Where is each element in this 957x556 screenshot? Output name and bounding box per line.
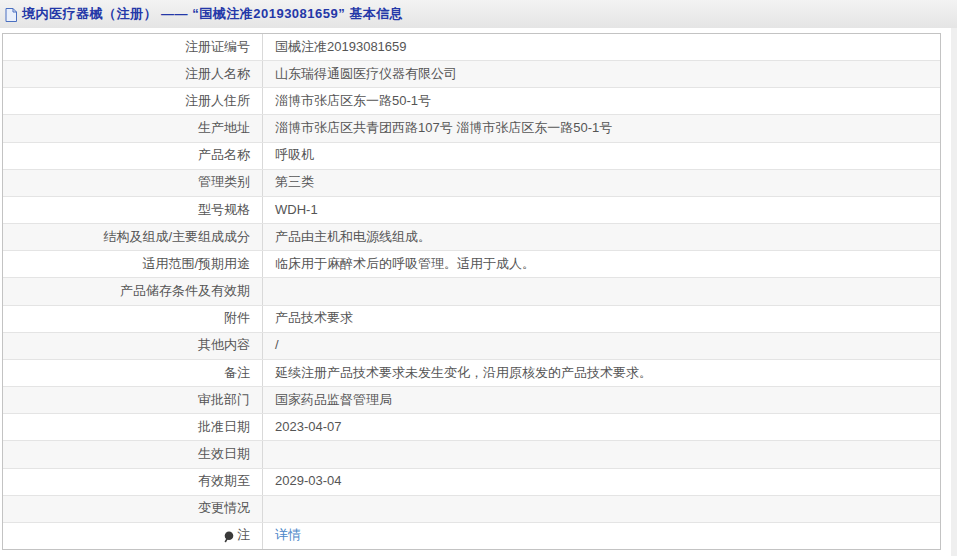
- row-label: 有效期至: [3, 469, 263, 495]
- table-row: 备注 延续注册产品技术要求未发生变化，沿用原核发的产品技术要求。: [3, 360, 940, 387]
- pin-icon: [223, 531, 234, 543]
- row-label: 产品储存条件及有效期: [3, 278, 263, 304]
- row-value: 第三类: [263, 170, 940, 196]
- row-value: 国械注准20193081659: [263, 34, 940, 60]
- registration-info-table: 注册证编号 国械注准20193081659 注册人名称 山东瑞得通圆医疗仪器有限…: [2, 33, 941, 550]
- table-row: 产品储存条件及有效期: [3, 278, 940, 305]
- scrollbar-track[interactable]: [951, 28, 957, 556]
- row-value: 2023-04-07: [263, 414, 940, 440]
- row-value: 详情: [263, 523, 940, 549]
- details-link[interactable]: 详情: [275, 527, 301, 544]
- row-value: 产品技术要求: [263, 306, 940, 332]
- row-value: 2029-03-04: [263, 469, 940, 495]
- row-value: /: [263, 333, 940, 359]
- table-row: 注册人住所 淄博市张店区东一路50-1号: [3, 88, 940, 115]
- row-value: 山东瑞得通圆医疗仪器有限公司: [263, 61, 940, 87]
- table-row: 生效日期: [3, 441, 940, 468]
- row-label: 备注: [3, 360, 263, 386]
- page-header: 境内医疗器械（注册） —— “国械注准20193081659” 基本信息: [0, 0, 957, 28]
- row-value: 延续注册产品技术要求未发生变化，沿用原核发的产品技术要求。: [263, 360, 940, 386]
- row-label: 批准日期: [3, 414, 263, 440]
- row-label: 附件: [3, 306, 263, 332]
- row-label: 注: [3, 523, 263, 549]
- document-icon: [5, 8, 17, 22]
- table-row: 管理类别 第三类: [3, 170, 940, 197]
- row-label: 变更情况: [3, 496, 263, 522]
- table-row: 附件 产品技术要求: [3, 306, 940, 333]
- row-label: 其他内容: [3, 333, 263, 359]
- row-label: 注册人名称: [3, 61, 263, 87]
- row-label: 适用范围/预期用途: [3, 251, 263, 277]
- row-value: [263, 496, 940, 522]
- table-row: 结构及组成/主要组成成分 产品由主机和电源线组成。: [3, 224, 940, 251]
- row-value: [263, 441, 940, 467]
- row-label: 管理类别: [3, 170, 263, 196]
- table-row: 其他内容 /: [3, 333, 940, 360]
- row-label: 结构及组成/主要组成成分: [3, 224, 263, 250]
- row-label: 注册人住所: [3, 88, 263, 114]
- page-title: 境内医疗器械（注册） —— “国械注准20193081659” 基本信息: [22, 5, 403, 23]
- table-row: 生产地址 淄博市张店区共青团西路107号 淄博市张店区东一路50-1号: [3, 115, 940, 142]
- table-row: 变更情况: [3, 496, 940, 523]
- table-row: 注册证编号 国械注准20193081659: [3, 34, 940, 61]
- row-value: 临床用于麻醉术后的呼吸管理。适用于成人。: [263, 251, 940, 277]
- table-row: 审批部门 国家药品监督管理局: [3, 387, 940, 414]
- table-row: 产品名称 呼吸机: [3, 143, 940, 170]
- row-value: 淄博市张店区共青团西路107号 淄博市张店区东一路50-1号: [263, 115, 940, 141]
- row-label: 型号规格: [3, 197, 263, 223]
- table-row: 有效期至 2029-03-04: [3, 469, 940, 496]
- table-row: 注册人名称 山东瑞得通圆医疗仪器有限公司: [3, 61, 940, 88]
- row-label: 注册证编号: [3, 34, 263, 60]
- row-value: 呼吸机: [263, 143, 940, 169]
- row-value: 淄博市张店区东一路50-1号: [263, 88, 940, 114]
- table-row: 注 详情: [3, 523, 940, 549]
- row-value: [263, 278, 940, 304]
- row-label: 生产地址: [3, 115, 263, 141]
- row-value: 国家药品监督管理局: [263, 387, 940, 413]
- table-row: 型号规格 WDH-1: [3, 197, 940, 224]
- row-label: 产品名称: [3, 143, 263, 169]
- row-label: 生效日期: [3, 441, 263, 467]
- row-value: 产品由主机和电源线组成。: [263, 224, 940, 250]
- row-label: 审批部门: [3, 387, 263, 413]
- row-value: WDH-1: [263, 197, 940, 223]
- table-row: 适用范围/预期用途 临床用于麻醉术后的呼吸管理。适用于成人。: [3, 251, 940, 278]
- table-row: 批准日期 2023-04-07: [3, 414, 940, 441]
